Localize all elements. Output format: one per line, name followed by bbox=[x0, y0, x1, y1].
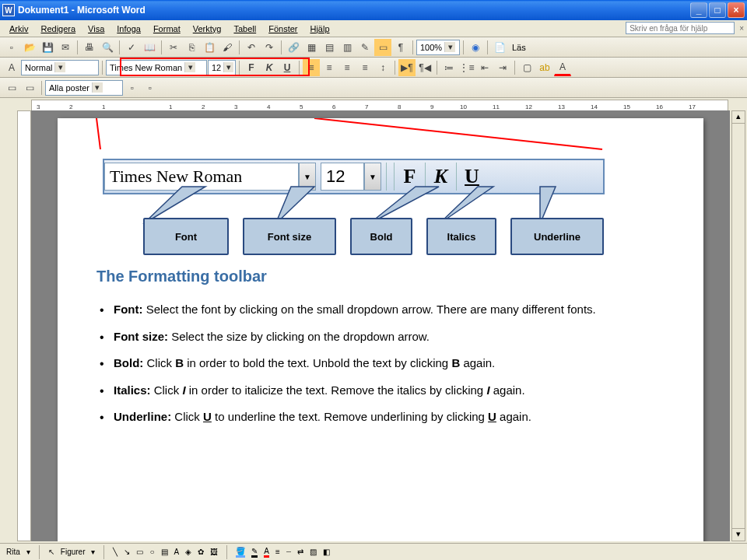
table-insert-icon[interactable]: ▦ bbox=[303, 39, 320, 56]
help-icon[interactable]: ◉ bbox=[467, 39, 484, 56]
styles-pane-icon[interactable]: A bbox=[3, 59, 20, 76]
undo-icon[interactable]: ↶ bbox=[243, 39, 260, 56]
line-color-icon[interactable]: ✎ bbox=[251, 547, 258, 558]
merge-icon-1[interactable]: ▭ bbox=[3, 79, 20, 96]
paste-icon[interactable]: 📋 bbox=[201, 39, 218, 56]
read-mode-icon[interactable]: 📄 bbox=[491, 39, 508, 56]
new-doc-icon[interactable]: ▫ bbox=[3, 39, 20, 56]
permission-icon[interactable]: ✉ bbox=[57, 39, 74, 56]
rita-label[interactable]: Rita bbox=[6, 548, 20, 556]
help-close-icon[interactable]: × bbox=[739, 24, 744, 33]
underline-button[interactable]: U bbox=[279, 59, 296, 76]
zoom-font-dropdown-icon[interactable]: ▼ bbox=[299, 163, 316, 191]
clipart-icon[interactable]: ✿ bbox=[198, 548, 204, 556]
document-area[interactable]: Times New Roman ▼ 12 ▼ F K U Font Font s… bbox=[31, 110, 730, 541]
align-justify-icon[interactable]: ≡ bbox=[356, 59, 374, 76]
bullet-list-icon[interactable]: ⋮≡ bbox=[458, 59, 475, 76]
oval-icon[interactable]: ○ bbox=[149, 548, 154, 556]
3d-icon[interactable]: ◧ bbox=[323, 548, 330, 556]
cut-icon[interactable]: ✂ bbox=[165, 39, 182, 56]
menu-visa[interactable]: Visa bbox=[82, 23, 110, 35]
align-left-icon[interactable]: ≡ bbox=[303, 59, 320, 76]
spell-icon[interactable]: ✓ bbox=[123, 39, 140, 56]
drawing-icon[interactable]: ✎ bbox=[356, 39, 374, 56]
titlebar: W Dokument1 - Microsoft Word _ □ × bbox=[0, 0, 747, 20]
minimize-button[interactable]: _ bbox=[690, 2, 707, 18]
preview-icon[interactable]: 🔍 bbox=[99, 39, 116, 56]
diagram-icon[interactable]: ◈ bbox=[185, 548, 191, 556]
menu-hjalp[interactable]: Hjälp bbox=[303, 23, 335, 35]
zoom-fontsize-dropdown-icon[interactable]: ▼ bbox=[364, 163, 381, 191]
maximize-button[interactable]: □ bbox=[709, 2, 726, 18]
line-weight-icon[interactable]: ≡ bbox=[275, 548, 280, 556]
redo-icon[interactable]: ↷ bbox=[261, 39, 278, 56]
italic-button[interactable]: K bbox=[261, 59, 278, 76]
zoom-fontsize-field[interactable]: 12 bbox=[321, 163, 364, 191]
scroll-up-icon[interactable]: ▴ bbox=[732, 111, 745, 124]
columns-icon[interactable]: ▥ bbox=[338, 39, 356, 56]
menu-arkiv[interactable]: Arkiv bbox=[3, 23, 34, 35]
allaposter-combo[interactable]: Alla poster▾ bbox=[45, 80, 123, 96]
zoom-combo[interactable]: 100%▾ bbox=[416, 40, 460, 55]
merge-icon-2[interactable]: ▭ bbox=[21, 79, 38, 96]
font-color-icon[interactable]: A bbox=[554, 59, 571, 76]
print-icon[interactable]: 🖶 bbox=[81, 39, 98, 56]
bold-button[interactable]: F bbox=[243, 59, 260, 76]
help-search-input[interactable] bbox=[626, 22, 735, 34]
zoom-bold-button[interactable]: F bbox=[394, 163, 425, 191]
arrow-icon[interactable]: ↘ bbox=[124, 548, 130, 556]
menu-infoga[interactable]: Infoga bbox=[110, 23, 147, 35]
show-para-icon[interactable]: ¶ bbox=[392, 39, 409, 56]
line-spacing-icon[interactable]: ↕ bbox=[374, 59, 391, 76]
merge-icon-3[interactable]: ▫ bbox=[124, 79, 141, 96]
increase-indent-icon[interactable]: ⇥ bbox=[494, 59, 511, 76]
shadow-icon[interactable]: ▨ bbox=[310, 548, 317, 556]
arrow-style-icon[interactable]: ⇄ bbox=[297, 548, 303, 556]
vertical-scrollbar[interactable]: ▴ ▾ bbox=[731, 110, 745, 541]
research-icon[interactable]: 📖 bbox=[141, 39, 158, 56]
highlight-icon[interactable]: ab bbox=[536, 59, 553, 76]
format-painter-icon[interactable]: 🖌 bbox=[219, 39, 236, 56]
vertical-ruler[interactable] bbox=[17, 110, 31, 541]
menu-format[interactable]: Format bbox=[147, 23, 187, 35]
line-icon[interactable]: ╲ bbox=[113, 548, 117, 556]
menu-verktyg[interactable]: Verktyg bbox=[187, 23, 228, 35]
font-combo[interactable]: Times New Roman▾ bbox=[106, 60, 207, 75]
menu-redigera[interactable]: Redigera bbox=[34, 23, 82, 35]
menu-tabell[interactable]: Tabell bbox=[227, 23, 262, 35]
fill-color-icon[interactable]: 🪣 bbox=[236, 547, 245, 558]
zoom-italic-button[interactable]: K bbox=[425, 163, 456, 191]
zoom-font-field[interactable]: Times New Roman bbox=[104, 163, 299, 191]
wordart-icon[interactable]: A bbox=[174, 548, 180, 556]
merge-icon-4[interactable]: ▫ bbox=[142, 79, 159, 96]
borders-icon[interactable]: ▢ bbox=[518, 59, 535, 76]
hyperlink-icon[interactable]: 🔗 bbox=[285, 39, 302, 56]
style-combo[interactable]: Normal▾ bbox=[21, 60, 99, 75]
picture-icon[interactable]: 🖼 bbox=[210, 548, 218, 556]
rect-icon[interactable]: ▭ bbox=[136, 548, 143, 556]
doc-map-icon[interactable]: ▭ bbox=[374, 39, 391, 56]
dash-icon[interactable]: ┄ bbox=[286, 548, 291, 556]
scroll-down-icon[interactable]: ▾ bbox=[732, 528, 745, 541]
zoom-underline-button[interactable]: U bbox=[456, 163, 487, 191]
figurer-label[interactable]: Figurer bbox=[61, 548, 86, 556]
save-icon[interactable]: 💾 bbox=[39, 39, 56, 56]
select-arrow-icon[interactable]: ↖ bbox=[48, 548, 54, 556]
decrease-indent-icon[interactable]: ⇤ bbox=[476, 59, 493, 76]
align-center-icon[interactable]: ≡ bbox=[321, 59, 338, 76]
close-button[interactable]: × bbox=[728, 2, 745, 18]
textbox-icon[interactable]: ▤ bbox=[161, 548, 168, 556]
open-icon[interactable]: 📂 bbox=[21, 39, 38, 56]
figurer-arrow-icon[interactable]: ▾ bbox=[91, 548, 95, 556]
rita-arrow-icon[interactable]: ▾ bbox=[26, 548, 30, 556]
font-color-icon-2[interactable]: A bbox=[264, 547, 269, 558]
ltr-icon[interactable]: ▶¶ bbox=[398, 59, 416, 76]
table-draw-icon[interactable]: ▤ bbox=[321, 39, 338, 56]
rtl-icon[interactable]: ¶◀ bbox=[416, 59, 433, 76]
align-right-icon[interactable]: ≡ bbox=[338, 59, 356, 76]
copy-icon[interactable]: ⎘ bbox=[183, 39, 200, 56]
menu-fonster[interactable]: Fönster bbox=[262, 23, 303, 35]
fontsize-combo[interactable]: 12▾ bbox=[208, 60, 236, 75]
numbered-list-icon[interactable]: ≔ bbox=[440, 59, 458, 76]
read-label[interactable]: Läs bbox=[509, 43, 529, 52]
